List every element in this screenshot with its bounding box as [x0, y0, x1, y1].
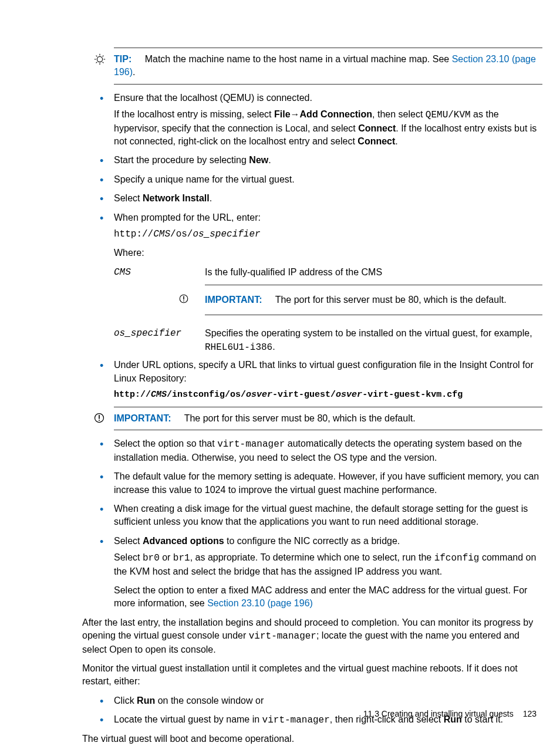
important-inline: IMPORTANT: The port for this server must…	[205, 285, 542, 315]
tip-icon	[93, 53, 106, 66]
list-item: Under URL options, specify a URL that li…	[100, 359, 542, 401]
page-footer: 11.3 Creating and installing virtual gue…	[363, 708, 537, 720]
important-icon	[178, 293, 189, 304]
list-item: When prompted for the URL, enter: http:/…	[100, 211, 542, 260]
page-number: 123	[523, 709, 537, 718]
list-item: When creating a disk image for the virtu…	[100, 502, 542, 529]
important-label: IMPORTANT:	[205, 295, 262, 305]
def-osspec: os_specifier Specifies the operating sys…	[114, 327, 542, 354]
important-text: The port for this server must be 80, whi…	[184, 413, 416, 423]
after-p3: The virtual guest will boot and become o…	[82, 733, 542, 745]
list-item: Select Network Install.	[100, 192, 542, 205]
list-item: Ensure that the localhost (QEMU) is conn…	[100, 92, 542, 148]
tip-suffix: .	[133, 67, 135, 77]
svg-rect-2	[183, 296, 184, 300]
svg-point-0	[97, 56, 102, 62]
list-item: The default value for the memory setting…	[100, 470, 542, 497]
svg-rect-3	[183, 301, 184, 302]
svg-rect-5	[99, 415, 100, 419]
list-item: Specify a unique name for the virtual gu…	[100, 173, 542, 186]
after-p2: Monitor the virtual guest installation u…	[82, 662, 542, 688]
important-icon	[93, 412, 106, 425]
important-callout: IMPORTANT: The port for this server must…	[114, 407, 542, 430]
ensure-localhost: Ensure that the localhost (QEMU) is conn…	[114, 92, 542, 104]
footer-section: 11.3 Creating and installing virtual gue…	[363, 709, 514, 718]
localhost-detail: If the localhost entry is missing, selec…	[114, 108, 542, 148]
url-cfg: http://CMS/instconfig/os/osver-virt-gues…	[114, 389, 542, 401]
important-label: IMPORTANT:	[114, 413, 171, 423]
tip-label: TIP:	[114, 54, 131, 64]
def-cms: CMS Is the fully-qualified IP address of…	[114, 266, 542, 324]
section-link[interactable]: Section 23.10 (page 196)	[207, 598, 313, 608]
list-item: Select the option so that virt-manager a…	[100, 437, 542, 464]
svg-rect-6	[99, 420, 100, 421]
important-text: The port for this server must be 80, whi…	[275, 295, 507, 305]
tip-text: Match the machine name to the host name …	[145, 54, 452, 64]
instruction-list-1b: Under URL options, specify a URL that li…	[100, 359, 542, 401]
tip-callout: TIP: Match the machine name to the host …	[114, 48, 542, 85]
after-p1: After the last entry, the installation b…	[82, 616, 542, 656]
instruction-list-2: Select the option so that virt-manager a…	[100, 437, 542, 610]
url-line: http://CMS/os/os_specifier	[114, 228, 542, 241]
list-item: Click Run on the console window or	[100, 694, 542, 707]
list-item: Start the procedure by selecting New.	[100, 154, 542, 167]
instruction-list-1: Ensure that the localhost (QEMU) is conn…	[100, 92, 542, 260]
list-item: Select Advanced options to configure the…	[100, 535, 542, 610]
